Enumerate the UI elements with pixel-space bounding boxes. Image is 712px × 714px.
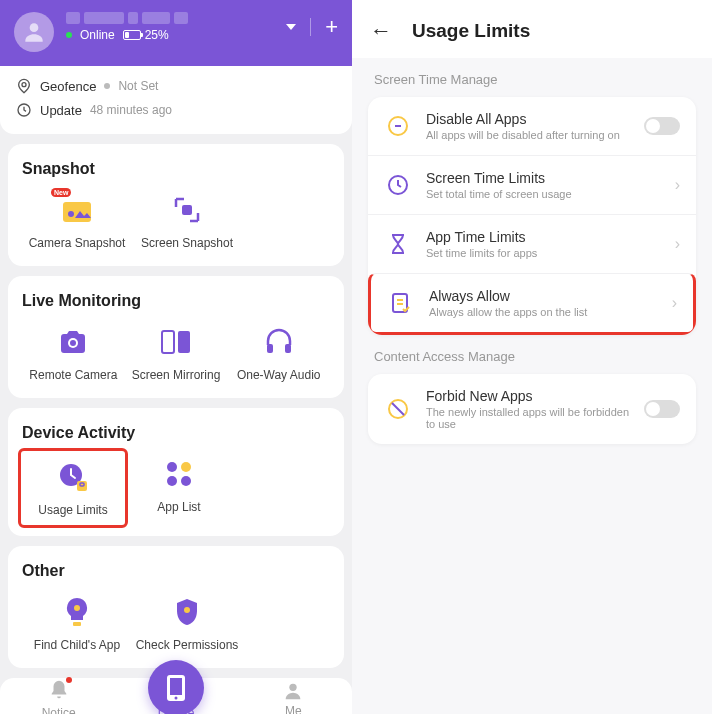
disable-all-toggle[interactable]	[644, 117, 680, 135]
nav-me[interactable]: Me	[248, 680, 338, 714]
other-title: Other	[22, 562, 330, 580]
screen-mirroring-tile[interactable]: Screen Mirroring	[125, 324, 228, 382]
svg-point-21	[184, 607, 190, 613]
chevron-right-icon: ›	[675, 235, 680, 253]
profile-header: Online 25% +	[0, 0, 352, 66]
geofence-row[interactable]: Geofence Not Set	[16, 74, 336, 98]
usage-limits-label: Usage Limits	[38, 503, 107, 517]
new-badge: New	[51, 188, 71, 197]
svg-rect-10	[267, 344, 273, 353]
camera-snapshot-icon: New	[59, 192, 95, 228]
app-list-icon	[161, 456, 197, 492]
camera-snapshot-label: Camera Snapshot	[29, 236, 126, 250]
bottom-nav: Notice Device Me	[0, 678, 352, 714]
avatar[interactable]	[14, 12, 54, 52]
clock-icon	[16, 102, 32, 118]
svg-rect-8	[162, 331, 174, 353]
page-title: Usage Limits	[412, 20, 530, 42]
screen-snapshot-tile[interactable]: Screen Snapshot	[132, 192, 242, 250]
content-access-card: Forbid New Apps The newly installed apps…	[368, 374, 696, 444]
chevron-right-icon: ›	[675, 176, 680, 194]
person-icon	[282, 680, 304, 702]
online-status: Online	[80, 28, 115, 42]
app-time-sub: Set time limits for apps	[426, 247, 661, 259]
svg-point-16	[181, 462, 191, 472]
screen-time-card: Disable All Apps All apps will be disabl…	[368, 97, 696, 335]
chevron-right-icon: ›	[672, 294, 677, 312]
usage-limits-tile[interactable]: Usage Limits	[18, 448, 128, 528]
remote-camera-label: Remote Camera	[29, 368, 117, 382]
device-activity-card: Device Activity Usage Limits App List	[8, 408, 344, 536]
screen-time-sub: Set total time of screen usage	[426, 188, 661, 200]
screen-time-title: Screen Time Limits	[426, 170, 661, 186]
screen-time-limits-item[interactable]: Screen Time Limits Set total time of scr…	[368, 155, 696, 214]
notification-dot	[66, 677, 72, 683]
app-time-title: App Time Limits	[426, 229, 661, 245]
phone-icon	[165, 673, 187, 703]
always-allow-sub: Always allow the apps on the list	[429, 306, 658, 318]
app-list-tile[interactable]: App List	[124, 456, 234, 520]
forbid-new-apps-item[interactable]: Forbid New Apps The newly installed apps…	[368, 374, 696, 444]
one-way-audio-tile[interactable]: One-Way Audio	[227, 324, 330, 382]
live-monitoring-card: Live Monitoring Remote Camera Screen Mir…	[8, 276, 344, 398]
hourglass-icon	[384, 230, 412, 258]
svg-point-17	[167, 476, 177, 486]
forbid-new-toggle[interactable]	[644, 400, 680, 418]
check-permissions-label: Check Permissions	[136, 638, 239, 652]
svg-point-4	[68, 211, 74, 217]
forbid-new-title: Forbid New Apps	[426, 388, 630, 404]
separator	[310, 18, 311, 36]
disable-all-apps-item[interactable]: Disable All Apps All apps will be disabl…	[368, 97, 696, 155]
forbid-new-sub: The newly installed apps will be forbidd…	[426, 406, 630, 430]
one-way-audio-label: One-Way Audio	[237, 368, 321, 382]
screen-mirroring-icon	[158, 324, 194, 360]
lightbulb-icon	[59, 594, 95, 630]
live-monitoring-title: Live Monitoring	[22, 292, 330, 310]
nav-me-label: Me	[285, 704, 302, 714]
nav-notice-label: Notice	[42, 706, 76, 715]
disable-all-title: Disable All Apps	[426, 111, 630, 127]
geofence-icon	[16, 78, 32, 94]
always-allow-item[interactable]: Always Allow Always allow the apps on th…	[368, 273, 696, 335]
shield-icon	[169, 594, 205, 630]
checklist-icon	[387, 289, 415, 317]
check-permissions-tile[interactable]: Check Permissions	[132, 594, 242, 652]
update-value: 48 minutes ago	[90, 103, 172, 117]
other-card: Other Find Child's App Check Permissions	[8, 546, 344, 668]
update-row[interactable]: Update 48 minutes ago	[16, 98, 336, 122]
update-label: Update	[40, 103, 82, 118]
dropdown-icon[interactable]	[286, 24, 296, 30]
online-dot-icon	[66, 32, 72, 38]
device-activity-title: Device Activity	[22, 424, 330, 442]
find-child-app-tile[interactable]: Find Child's App	[22, 594, 132, 652]
app-time-limits-item[interactable]: App Time Limits Set time limits for apps…	[368, 214, 696, 273]
camera-icon	[55, 324, 91, 360]
camera-snapshot-tile[interactable]: New Camera Snapshot	[22, 192, 132, 250]
screen-snapshot-label: Screen Snapshot	[141, 236, 233, 250]
svg-rect-11	[285, 344, 291, 353]
svg-point-7	[70, 340, 76, 346]
disable-icon	[384, 112, 412, 140]
add-button[interactable]: +	[325, 16, 338, 38]
section-screen-time-manage: Screen Time Manage	[368, 58, 696, 97]
status-card: Geofence Not Set Update 48 minutes ago	[0, 66, 352, 134]
nav-notice[interactable]: Notice	[14, 679, 104, 715]
clock-icon	[384, 171, 412, 199]
dot-icon	[104, 83, 110, 89]
back-button[interactable]: ←	[370, 18, 392, 44]
nav-device-button[interactable]	[148, 660, 204, 714]
svg-rect-3	[63, 202, 91, 222]
svg-point-24	[175, 697, 178, 700]
battery-indicator: 25%	[123, 28, 169, 42]
svg-point-0	[30, 23, 39, 32]
remote-camera-tile[interactable]: Remote Camera	[22, 324, 125, 382]
svg-point-20	[74, 605, 80, 611]
svg-point-1	[22, 83, 26, 87]
svg-point-15	[167, 462, 177, 472]
svg-rect-23	[170, 678, 182, 695]
svg-point-18	[181, 476, 191, 486]
forbid-icon	[384, 395, 412, 423]
usage-limits-icon	[55, 459, 91, 495]
headphones-icon	[261, 324, 297, 360]
screen-snapshot-icon	[169, 192, 205, 228]
